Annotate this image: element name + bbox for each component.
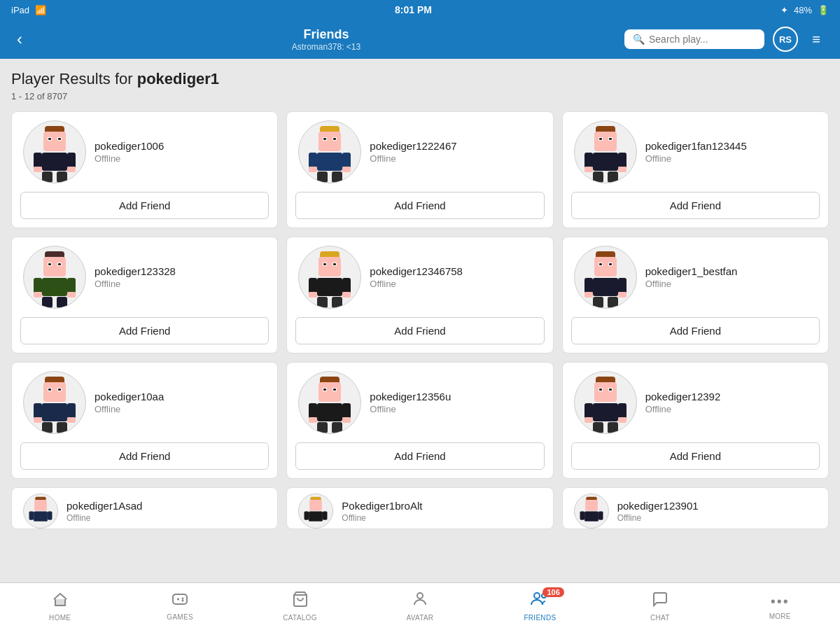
tab-bar: HOME GAMES CATALOG AVATAR 106 FRIENDS CH… [0, 582, 840, 630]
player-card-partial: Pokediger1broAlt Offline [286, 487, 553, 529]
add-friend-button[interactable]: Add Friend [571, 317, 820, 344]
svg-rect-124 [309, 512, 323, 522]
nav-title: Friends [36, 27, 616, 42]
robux-button[interactable]: RS [773, 27, 798, 52]
svg-rect-128 [585, 500, 598, 510]
add-friend-button[interactable]: Add Friend [20, 192, 269, 219]
player-details: pokediger1006 Offline [94, 140, 164, 164]
avatar [298, 120, 361, 183]
tab-chat[interactable]: CHAT [600, 583, 720, 630]
tab-catalog[interactable]: CATALOG [240, 583, 360, 630]
nav-subtitle: Astroman378: <13 [36, 42, 616, 52]
tab-more[interactable]: ••• MORE [720, 583, 840, 630]
add-friend-button[interactable]: Add Friend [295, 317, 544, 344]
svg-rect-1 [43, 132, 66, 151]
robux-icon: RS [779, 34, 792, 45]
svg-rect-34 [618, 153, 626, 168]
svg-rect-89 [42, 422, 52, 433]
svg-rect-19 [317, 153, 342, 171]
player-card: pokediger10aa Offline Add Friend [11, 362, 278, 479]
svg-rect-32 [593, 153, 618, 171]
svg-rect-30 [599, 138, 602, 140]
player-info: pokediger1006 Offline [12, 112, 277, 192]
time-display: 8:01 PM [395, 4, 432, 15]
svg-point-140 [534, 593, 540, 598]
player-card: pokediger1006 Offline Add Friend [11, 111, 278, 228]
username: pokediger1fan123445 [645, 140, 747, 152]
add-friend-button[interactable]: Add Friend [571, 192, 820, 219]
svg-rect-31 [609, 138, 612, 140]
avatar [298, 246, 361, 309]
player-card-partial: pokediger123901 Offline [562, 487, 829, 529]
avatar [23, 246, 86, 309]
username: pokediger1006 [94, 140, 164, 152]
friends-badge: 106 [542, 587, 564, 597]
svg-rect-47 [67, 278, 76, 293]
tab-friends[interactable]: 106 FRIENDS [480, 583, 600, 630]
svg-rect-72 [584, 278, 593, 293]
status: Offline [94, 404, 164, 414]
svg-rect-63 [317, 297, 328, 308]
svg-point-139 [417, 593, 423, 598]
avatar-icon [412, 591, 428, 612]
wifi-icon: 📶 [35, 5, 46, 15]
username: pokediger12356u [370, 391, 451, 402]
svg-rect-49 [67, 292, 76, 298]
svg-rect-115 [593, 422, 603, 433]
status: Offline [645, 153, 747, 164]
svg-rect-70 [609, 263, 612, 265]
svg-rect-8 [67, 153, 76, 168]
svg-rect-33 [584, 153, 593, 168]
svg-rect-69 [599, 263, 602, 265]
svg-rect-129 [584, 512, 598, 522]
player-details: pokediger1222467 Offline [370, 140, 456, 164]
svg-rect-4 [48, 138, 51, 140]
svg-rect-17 [323, 138, 326, 140]
player-card: pokediger123328 Offline Add Friend [11, 237, 278, 354]
friends-label: FRIENDS [524, 614, 556, 622]
search-input[interactable] [649, 34, 756, 45]
svg-rect-50 [42, 297, 52, 308]
menu-button[interactable]: ≡ [804, 27, 829, 52]
svg-rect-116 [608, 422, 618, 433]
player-info: pokediger10aa Offline [12, 363, 277, 442]
add-friend-button[interactable]: Add Friend [295, 442, 544, 470]
svg-rect-96 [333, 388, 336, 391]
add-friend-button[interactable]: Add Friend [20, 442, 269, 470]
svg-rect-6 [42, 153, 67, 171]
svg-rect-60 [342, 278, 351, 293]
status: Offline [370, 153, 456, 164]
player-details: pokediger1Asad Offline [66, 500, 142, 523]
svg-rect-53 [318, 257, 341, 276]
player-info: pokediger1Asad Offline [12, 488, 277, 529]
username: pokediger12392 [645, 391, 721, 402]
svg-rect-112 [618, 403, 626, 419]
catalog-label: CATALOG [283, 614, 316, 622]
svg-rect-23 [342, 167, 351, 172]
back-button[interactable]: ‹ [11, 27, 28, 52]
svg-rect-111 [584, 403, 593, 419]
svg-rect-83 [58, 388, 61, 391]
svg-rect-22 [309, 167, 317, 172]
add-friend-button[interactable]: Add Friend [20, 317, 269, 344]
svg-rect-40 [43, 257, 66, 276]
svg-rect-37 [593, 172, 603, 183]
status: Offline [617, 513, 699, 523]
svg-rect-133 [173, 594, 187, 604]
svg-rect-25 [332, 172, 342, 183]
svg-rect-59 [309, 278, 317, 293]
avatar [23, 371, 86, 434]
svg-rect-74 [584, 292, 593, 298]
search-bar[interactable]: 🔍 [624, 29, 764, 49]
add-friend-button[interactable]: Add Friend [571, 442, 820, 470]
tab-home[interactable]: HOME [0, 583, 120, 630]
svg-rect-45 [42, 278, 67, 296]
tab-avatar[interactable]: AVATAR [360, 583, 479, 630]
svg-rect-57 [333, 263, 336, 265]
svg-rect-92 [318, 382, 341, 402]
svg-rect-27 [594, 132, 617, 151]
nav-bar: ‹ Friends Astroman378: <13 🔍 RS ≡ [0, 20, 840, 59]
add-friend-button[interactable]: Add Friend [295, 192, 544, 219]
tab-games[interactable]: GAMES [120, 583, 239, 630]
status: Offline [370, 404, 451, 414]
